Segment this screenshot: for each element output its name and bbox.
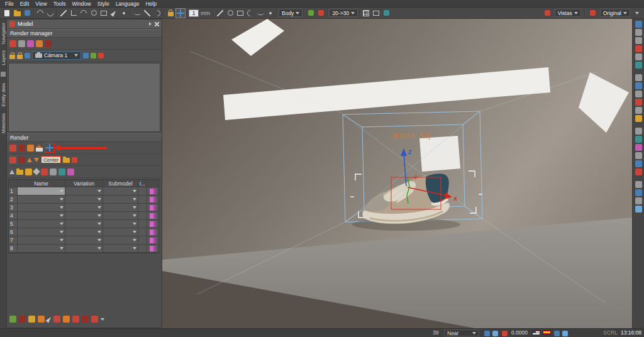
close-render-icon[interactable] — [72, 157, 77, 163]
camera-selector[interactable]: Cámara 1 — [32, 52, 81, 60]
variation-dropdown[interactable] — [65, 187, 103, 195]
row-variation-icon[interactable] — [150, 238, 156, 243]
move-tool-icon[interactable] — [175, 8, 186, 18]
camera-mode-icon[interactable] — [25, 53, 30, 58]
name-dropdown[interactable] — [18, 236, 65, 244]
rectangle-tool-icon[interactable] — [99, 8, 109, 18]
lock-icon[interactable] — [165, 8, 175, 18]
menu-view[interactable]: View — [32, 1, 50, 7]
open-folder-icon[interactable] — [12, 8, 22, 18]
render-scene-icon[interactable] — [9, 40, 16, 47]
tool-icon[interactable] — [635, 181, 642, 188]
submodel-dropdown[interactable] — [103, 187, 138, 195]
menu-edit[interactable]: Edit — [17, 1, 33, 7]
name-dropdown[interactable] — [18, 212, 65, 219]
row-variation-icon[interactable] — [150, 213, 156, 219]
submodel-dropdown[interactable] — [103, 245, 138, 252]
tab-materials[interactable]: Materials — [1, 113, 6, 133]
tool-icon[interactable] — [635, 168, 642, 175]
variation-dropdown[interactable] — [65, 236, 103, 244]
render-preset2-icon[interactable] — [18, 157, 25, 163]
submodel-dropdown[interactable] — [103, 236, 138, 244]
submodel-dropdown[interactable] — [103, 212, 138, 219]
tool-icon[interactable] — [635, 45, 642, 52]
us-flag-icon[interactable] — [532, 330, 540, 335]
tool-icon[interactable] — [635, 107, 642, 114]
menu-style[interactable]: Style — [94, 1, 113, 7]
tool-icon[interactable] — [635, 136, 642, 143]
layer-tool-icon[interactable] — [371, 8, 381, 18]
name-dropdown[interactable] — [18, 228, 65, 236]
osnap-icon[interactable] — [492, 331, 498, 336]
name-dropdown[interactable] — [18, 187, 65, 195]
surface-tool-icon[interactable] — [235, 8, 245, 18]
point-tool-icon[interactable] — [119, 8, 129, 18]
record-coords-icon[interactable] — [502, 331, 508, 336]
area-light-center[interactable] — [419, 136, 460, 172]
variation-dropdown[interactable] — [65, 245, 103, 252]
move-down-icon[interactable] — [34, 158, 39, 162]
new-file-icon[interactable] — [2, 8, 12, 18]
render-batch-icon[interactable] — [18, 145, 25, 152]
panel-dock-icon[interactable] — [149, 22, 152, 26]
pattern2-red-icon[interactable] — [72, 316, 79, 323]
name-dropdown[interactable] — [18, 196, 65, 203]
original-selector[interactable]: Original — [600, 9, 630, 17]
material-tool-icon[interactable] — [381, 8, 391, 18]
tool-icon[interactable] — [635, 99, 642, 106]
menu-window[interactable]: Window — [69, 1, 94, 7]
tool-icon[interactable] — [635, 37, 642, 44]
grid-view-icon[interactable] — [9, 316, 16, 323]
undo-icon[interactable] — [35, 8, 45, 18]
import-folder-icon[interactable] — [16, 170, 23, 175]
menu-language[interactable]: Language — [113, 1, 143, 7]
gem-icon[interactable] — [33, 168, 40, 175]
variation-dropdown[interactable] — [65, 204, 103, 211]
menu-file[interactable]: File — [2, 1, 17, 7]
lock-camera-icon[interactable] — [9, 55, 15, 59]
original-icon[interactable] — [588, 8, 598, 18]
row-variation-icon[interactable] — [150, 205, 156, 211]
size-range-selector[interactable]: 20->30 — [329, 9, 358, 17]
more-icons-arrow[interactable] — [101, 318, 104, 321]
variation-dropdown[interactable] — [65, 196, 103, 203]
tab-navigator[interactable]: Navigator — [1, 23, 6, 44]
name-dropdown[interactable] — [18, 245, 65, 252]
grid-red-icon[interactable] — [41, 168, 48, 175]
tool-icon[interactable] — [635, 152, 642, 159]
open-render-folder-icon[interactable] — [63, 158, 70, 163]
tool-icon[interactable] — [635, 206, 642, 213]
confirm-camera-icon[interactable] — [91, 53, 96, 58]
tab-layers[interactable]: Layers — [1, 50, 6, 65]
tool-icon[interactable] — [635, 189, 642, 196]
render-queue-list[interactable] — [8, 63, 160, 132]
submodel-dropdown[interactable] — [103, 228, 138, 236]
name-dropdown[interactable] — [18, 204, 65, 211]
circle-tool-icon[interactable] — [89, 8, 99, 18]
trim-tool-icon[interactable] — [142, 8, 152, 18]
viewport-canvas[interactable]: Z X [0.0.0.0, -5.0] — [162, 19, 632, 328]
panel-close-icon[interactable] — [155, 22, 159, 26]
disable-icon[interactable] — [38, 316, 45, 323]
tab-tools-icon[interactable] — [1, 72, 6, 77]
name-dropdown[interactable] — [18, 220, 65, 228]
menu-help[interactable]: Help — [142, 1, 159, 7]
show-tool-icon[interactable] — [306, 8, 316, 18]
offset-tool-icon[interactable] — [152, 8, 162, 18]
tool-icon[interactable] — [635, 82, 642, 89]
alert-icon[interactable] — [36, 40, 43, 47]
language-icon[interactable] — [554, 331, 560, 336]
submodel-dropdown[interactable] — [103, 196, 138, 203]
pattern-red-icon[interactable] — [53, 316, 60, 323]
snap-tool-icon[interactable] — [265, 8, 275, 18]
eraser-icon[interactable] — [27, 40, 34, 47]
tool-icon[interactable] — [635, 91, 642, 97]
center-tool-icon[interactable] — [45, 143, 55, 153]
row-variation-icon[interactable] — [150, 221, 156, 227]
row-variation-icon[interactable] — [150, 246, 156, 251]
arc-tool-icon[interactable] — [79, 8, 89, 18]
tool-icon[interactable] — [635, 197, 642, 204]
pattern-orange-icon[interactable] — [63, 316, 70, 323]
grid-teal-icon[interactable] — [58, 168, 65, 175]
stop-icon[interactable] — [91, 316, 98, 323]
